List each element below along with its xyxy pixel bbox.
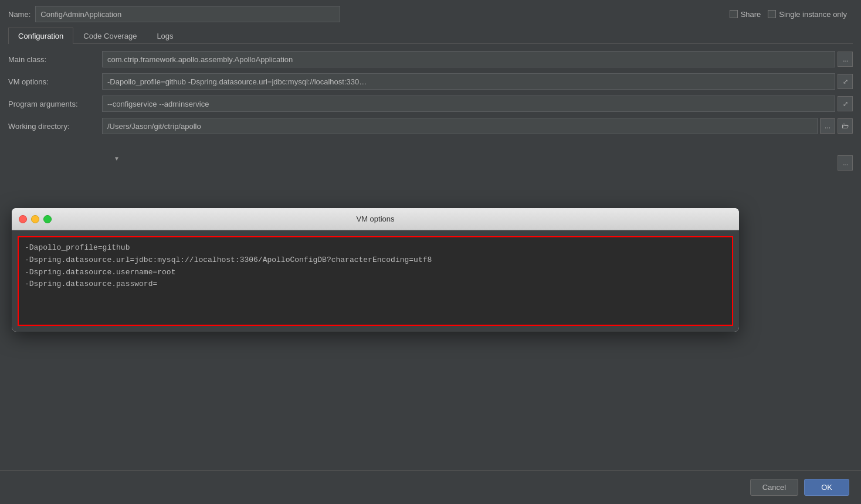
vm-options-dialog: VM options: [12, 208, 739, 332]
close-button[interactable]: [19, 215, 27, 223]
vm-options-label: VM options:: [8, 77, 102, 86]
traffic-lights: [19, 215, 52, 223]
folder-icon: 🗁: [842, 122, 849, 130]
working-dir-label: Working directory:: [8, 122, 102, 131]
working-dir-input-wrapper: ... 🗁: [102, 118, 853, 134]
working-dir-row: Working directory: ... 🗁: [8, 118, 853, 134]
working-dir-folder-btn[interactable]: 🗁: [838, 118, 853, 134]
vm-options-textarea-wrapper: [18, 236, 733, 326]
bottom-bar: Cancel OK: [0, 470, 861, 504]
ellipsis-icon-3: ...: [842, 159, 848, 167]
share-checkbox[interactable]: [730, 10, 738, 18]
dialog-content: [12, 230, 739, 332]
arrow-down-icon-1: ▼: [114, 155, 120, 171]
working-dir-ellipsis-btn[interactable]: ...: [820, 118, 835, 134]
program-args-row: Program arguments: ⤢: [8, 96, 853, 112]
main-class-input[interactable]: [102, 51, 835, 67]
form-area: Main class: ... VM options: ⤢ Program ar…: [0, 44, 861, 147]
name-input[interactable]: [35, 6, 340, 22]
vm-options-input[interactable]: [102, 73, 835, 90]
tab-logs[interactable]: Logs: [147, 28, 183, 44]
dialog-title: VM options: [356, 214, 394, 223]
main-class-label: Main class:: [8, 55, 102, 64]
minimize-button[interactable]: [31, 215, 39, 223]
main-class-row: Main class: ...: [8, 51, 853, 67]
ellipsis-icon: ...: [842, 55, 848, 63]
vm-options-input-wrapper: ⤢: [102, 73, 853, 90]
single-instance-checkbox[interactable]: [768, 10, 776, 18]
program-args-expand-btn[interactable]: ⤢: [838, 96, 853, 111]
top-bar-right: Share Single instance only: [730, 10, 847, 19]
program-args-label: Program arguments:: [8, 100, 102, 108]
maximize-button[interactable]: [43, 215, 52, 223]
vm-options-expand-btn[interactable]: ⤢: [838, 74, 853, 89]
expand-icon-2: ⤢: [843, 100, 848, 108]
single-instance-group: Single instance only: [768, 10, 847, 19]
tab-code-coverage[interactable]: Code Coverage: [73, 28, 147, 44]
dialog-titlebar: VM options: [12, 208, 739, 230]
ellipsis-icon-2: ...: [825, 122, 831, 130]
program-args-input[interactable]: [102, 96, 835, 112]
ok-button[interactable]: OK: [804, 479, 849, 496]
working-dir-input[interactable]: [102, 118, 818, 134]
tabs-bar: Configuration Code Coverage Logs: [8, 27, 853, 44]
program-args-input-wrapper: ⤢: [102, 96, 853, 112]
extra-row-1: ▼ ...: [8, 153, 853, 173]
vm-options-textarea[interactable]: [25, 242, 726, 318]
main-class-input-wrapper: ...: [102, 51, 853, 67]
share-label: Share: [741, 10, 761, 19]
expand-icon: ⤢: [843, 78, 848, 86]
name-label: Name:: [8, 10, 30, 19]
tab-configuration[interactable]: Configuration: [8, 28, 73, 44]
single-instance-label: Single instance only: [779, 10, 847, 19]
cancel-button[interactable]: Cancel: [750, 479, 798, 496]
top-bar: Name: Share Single instance only: [8, 6, 853, 22]
share-group: Share: [730, 10, 761, 19]
extra-ellipsis-btn-1[interactable]: ...: [838, 155, 853, 171]
vm-options-row: VM options: ⤢: [8, 73, 853, 90]
main-class-ellipsis-btn[interactable]: ...: [838, 52, 853, 67]
